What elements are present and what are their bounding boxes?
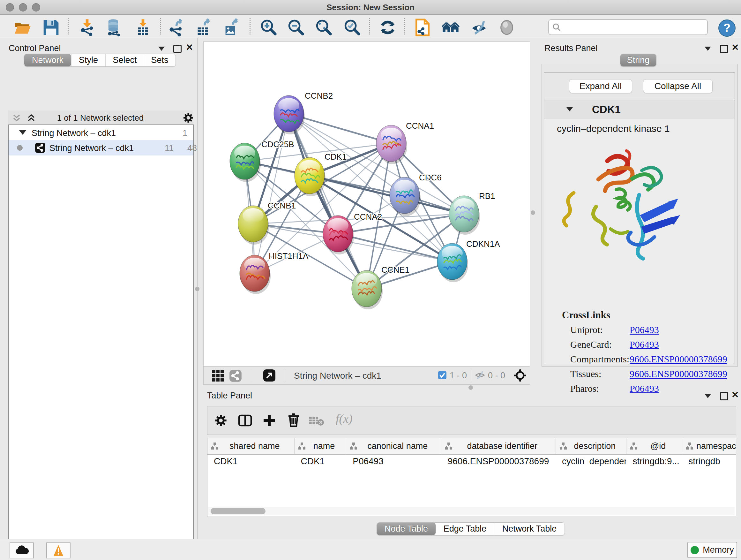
string-results-container: Expand All Collapse All CDK1 cyclin–depe… [542,64,738,367]
strip-separator [285,369,285,382]
refresh-layout-icon[interactable] [379,18,397,37]
export-image-icon[interactable] [223,18,241,37]
cell-namespace: stringdb [682,455,736,468]
svg-text:?: ? [724,21,731,35]
add-column-icon[interactable] [262,414,276,428]
show-columns-icon[interactable] [238,414,252,428]
network-node-rb1[interactable]: RB1 [449,191,495,235]
tab-node-table[interactable]: Node Table [377,523,435,535]
table-panel-float-icon[interactable] [704,394,711,398]
collapse-all-button[interactable]: Collapse All [643,79,713,93]
node-label-cdk1: CDK1 [325,152,347,162]
control-panel-maximize-icon[interactable] [173,45,182,53]
column-header-namespace[interactable]: namespace [682,438,736,454]
cell-description: cyclin–dependent ... [556,455,626,468]
node-label-rb1: RB1 [479,191,495,201]
column-header-description[interactable]: description [556,438,627,454]
collection-expand-icon[interactable] [19,130,26,135]
network-thumbnail-icon[interactable] [229,369,242,382]
results-panel-maximize-icon[interactable] [720,45,728,53]
results-panel-float-icon[interactable] [704,47,711,51]
main-toolbar: ? [0,15,741,38]
table-gear-icon[interactable] [214,414,227,427]
gene-section-header[interactable]: CDK1 [544,100,735,119]
warning-status-button[interactable] [46,543,71,558]
control-panel-float-icon[interactable] [158,47,165,51]
tab-network[interactable]: Network [24,54,71,66]
delete-column-icon[interactable] [286,413,300,428]
search-input[interactable] [548,19,708,35]
save-session-icon[interactable] [42,18,60,37]
tab-network-table[interactable]: Network Table [494,523,564,535]
crosslink-tissues-link[interactable]: 9606.ENSP00000378699 [630,368,727,379]
crosslink-label: GeneCard: [570,339,612,350]
network-view-toolbar: String Network – cdk1 1 - 0 0 - 0 [203,366,530,385]
column-header-canonical-name[interactable]: canonical name [346,438,441,454]
show-eye-icon [498,18,516,37]
column-header-id[interactable]: @id [626,438,682,454]
grid-view-icon[interactable] [212,370,224,382]
network-node-cdkn1a[interactable]: CDKN1A [437,239,500,282]
zoom-selected-icon[interactable] [343,18,361,37]
table-panel-close-icon[interactable]: ✕ [731,391,739,398]
gene-collapse-icon[interactable] [566,107,573,111]
tab-string[interactable]: String [620,54,656,66]
crosslink-genecard-link[interactable]: P06493 [630,339,659,350]
memory-status-icon [690,546,699,554]
expand-all-button[interactable]: Expand All [569,79,632,93]
column-header-database-identifier[interactable]: database identifier [441,438,556,454]
zoom-out-icon[interactable] [287,18,305,37]
network-node-ccnb2[interactable]: CCNB2 [274,91,333,134]
selected-checkbox-icon[interactable] [438,371,447,380]
status-bar: Memory [0,539,741,560]
results-panel-close-icon[interactable]: ✕ [731,44,739,51]
network-node-ccnb1[interactable]: CCNB1 [238,201,296,245]
birds-eye-icon[interactable] [514,369,527,382]
column-header-name[interactable]: name [294,438,347,454]
gear-icon[interactable] [183,112,194,123]
expand-collapse-bar: Expand All Collapse All [544,72,735,99]
zoom-in-icon[interactable] [260,18,278,37]
hide-selected-eye-icon[interactable] [470,18,488,37]
network-row[interactable]: String Network – cdk1 11 48 [9,140,193,155]
network-collection-row[interactable]: String Network – cdk1 1 [9,126,193,140]
crosslink-compartments-link[interactable]: 9606.ENSP00000378699 [630,354,727,365]
table-panel-maximize-icon[interactable] [720,392,728,400]
network-node-ccne1[interactable]: CCNE1 [352,265,409,309]
cloud-status-button[interactable] [10,543,34,558]
network-view-title: String Network – cdk1 [294,371,381,381]
control-panel-close-icon[interactable]: ✕ [186,44,193,51]
column-header-shared-name[interactable]: shared name [207,438,294,454]
node-label-cdc6: CDC6 [419,173,442,182]
tab-sets[interactable]: Sets [144,54,175,66]
window-title: Session: New Session [0,3,741,12]
import-database-icon[interactable] [105,18,123,37]
open-session-icon[interactable] [13,18,31,37]
export-network-icon[interactable] [167,18,185,37]
help-icon[interactable]: ? [718,19,736,37]
zoom-fit-icon[interactable] [315,18,333,37]
detach-view-icon[interactable] [263,369,276,382]
network-file-icon[interactable] [414,18,431,37]
network-node-hist1h1a[interactable]: HIST1H1A [240,251,309,294]
tab-style[interactable]: Style [71,54,105,66]
table-row[interactable]: CDK1 CDK1 P06493 9606.ENSP00000378699 cy… [207,455,736,468]
crosslink-uniprot-link[interactable]: P06493 [630,324,659,335]
network-node-cdc6[interactable]: CDC6 [390,173,442,216]
import-table-icon[interactable] [134,18,152,37]
control-panel: Control Panel ✕ Network Style Select Set… [0,38,198,539]
network-node-cdc25b[interactable]: CDC25B [230,139,294,182]
tab-edge-table[interactable]: Edge Table [435,523,494,535]
network-canvas[interactable]: CCNB2CCNA1CDC25BCDK1CDC6RB1CCNB1CCNA2CDK… [203,42,530,367]
horizontal-scrollbar[interactable] [208,507,735,515]
network-selection-status: 1 of 1 Network selected [8,113,193,123]
current-network-dot-icon [17,145,23,151]
node-table: shared name name canonical name database… [207,438,736,517]
memory-button[interactable]: Memory [687,542,737,558]
export-table-icon[interactable] [195,18,213,37]
left-splitter-handle[interactable] [195,287,199,291]
first-neighbors-icon[interactable] [442,18,460,37]
import-network-icon[interactable] [78,18,96,37]
scrollbar-thumb[interactable] [211,508,266,514]
tab-select[interactable]: Select [105,54,144,66]
